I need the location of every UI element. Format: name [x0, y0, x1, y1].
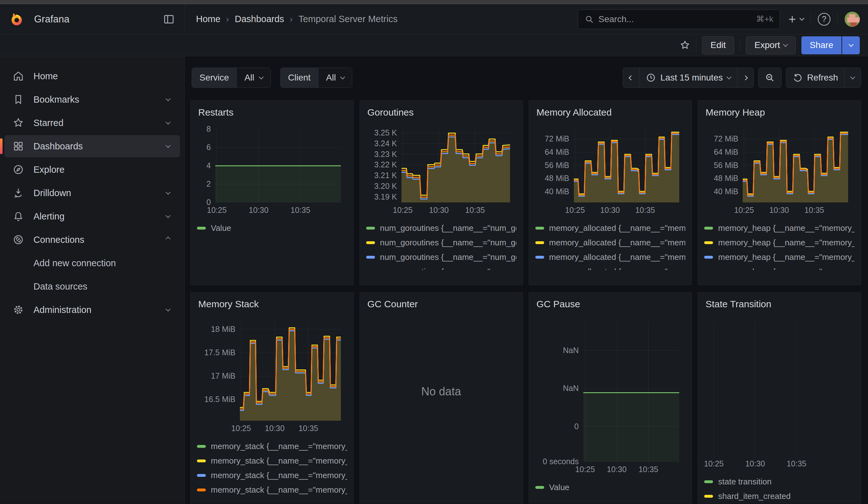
legend-item[interactable]: num_goroutines {__name__="num_go: [366, 238, 516, 247]
legend-series-label: memory_heap {__name__="memory_h: [718, 267, 855, 270]
zoom-out-button[interactable]: [758, 68, 781, 88]
chart-area: 10:2510:3010:35: [704, 321, 855, 471]
chevron-right-icon: [743, 75, 748, 80]
legend-item[interactable]: state transition: [704, 477, 855, 486]
legend-item[interactable]: memory_heap {__name__="memory_h: [704, 238, 855, 247]
favorite-star-icon[interactable]: [680, 40, 690, 51]
grafana-logo: [9, 12, 24, 27]
panel-state_transition: State Transition10:2510:3010:35state tra…: [698, 292, 861, 504]
legend-item[interactable]: num_goroutines {__name__="num_go: [366, 223, 516, 233]
legend: memory_allocated {__name__="memomemory_a…: [535, 223, 685, 270]
x-axis-label: 10:30: [593, 206, 628, 215]
y-axis-label: 16.5 MiB: [197, 395, 236, 404]
chart-plot[interactable]: [704, 321, 855, 456]
sidebar-item-bookmarks[interactable]: Bookmarks: [4, 89, 180, 111]
divider: [810, 13, 811, 25]
panel-title[interactable]: Memory Heap: [704, 105, 855, 118]
chevron-down-icon[interactable]: [166, 192, 172, 195]
chevron-down-icon[interactable]: [166, 215, 172, 218]
legend-item[interactable]: memory_allocated {__name__="memo: [535, 223, 685, 233]
y-axis-label: 56 MiB: [535, 161, 569, 170]
legend-item[interactable]: memory_allocated {__name__="memo: [535, 238, 685, 247]
panel-title[interactable]: Memory Stack: [197, 297, 347, 309]
legend-item[interactable]: memory_stack {__name__="memory_s: [197, 485, 347, 495]
y-axis-label: 40 MiB: [535, 187, 569, 196]
sidebar-nav: HomeBookmarksStarredDashboardsExploreDri…: [0, 56, 185, 504]
chart-plot[interactable]: [197, 129, 347, 203]
legend-item[interactable]: num_goroutines {__name__="num_go: [366, 267, 516, 270]
legend-item[interactable]: memory_heap {__name__="memory_h: [704, 267, 855, 270]
legend-series-color: [197, 445, 206, 448]
service-filter-value[interactable]: All: [237, 68, 270, 88]
legend-item[interactable]: memory_heap {__name__="memory_h: [704, 223, 855, 233]
time-range-picker[interactable]: Last 15 minutes: [639, 68, 737, 88]
link-icon: [13, 234, 24, 245]
help-button[interactable]: ?: [818, 13, 830, 25]
panel-title[interactable]: GC Counter: [366, 297, 516, 309]
sidebar-toggle-icon[interactable]: [163, 13, 175, 25]
client-filter-value[interactable]: All: [319, 68, 352, 88]
legend-series-label: state transition: [718, 477, 772, 486]
x-axis-label: 10:30: [257, 424, 292, 433]
panel-title[interactable]: GC Pause: [535, 297, 685, 309]
legend-item[interactable]: num_goroutines {__name__="num_go: [366, 252, 516, 262]
sidebar-item-data-sources[interactable]: Data sources: [4, 275, 180, 298]
sidebar-item-label: Home: [33, 71, 58, 81]
export-button[interactable]: Export: [746, 36, 796, 54]
chevron-down-icon[interactable]: [166, 98, 172, 101]
time-forward-button[interactable]: [737, 68, 753, 88]
legend-series-label: memory_stack {__name__="memory_s: [211, 485, 347, 495]
breadcrumb-dashboards[interactable]: Dashboards: [235, 14, 284, 24]
y-axis-label: 3.21 K: [366, 171, 397, 180]
search-input[interactable]: [598, 14, 756, 24]
refresh-button[interactable]: Refresh: [786, 68, 844, 88]
chart-plot[interactable]: [197, 321, 347, 421]
breadcrumb-home[interactable]: Home: [196, 14, 220, 24]
legend-item[interactable]: Value: [197, 223, 347, 233]
share-button[interactable]: Share: [802, 36, 841, 54]
sidebar-item-add-new-connection[interactable]: Add new connection: [4, 252, 180, 274]
sidebar-item-administration[interactable]: Administration: [4, 299, 180, 321]
sidebar-item-explore[interactable]: Explore: [4, 158, 180, 181]
chevron-down-icon[interactable]: [166, 121, 172, 125]
legend-item[interactable]: memory_heap {__name__="memory_h: [704, 252, 855, 262]
chevron-up-icon[interactable]: [166, 238, 172, 241]
time-back-button[interactable]: [623, 68, 639, 88]
legend-item[interactable]: memory_allocated {__name__="memo: [535, 252, 685, 262]
x-axis-label: 10:35: [779, 459, 814, 468]
window-top-strip: [0, 0, 868, 4]
sidebar-item-home[interactable]: Home: [4, 65, 180, 87]
legend-item[interactable]: memory_allocated {__name__="memo: [535, 267, 685, 270]
legend-item[interactable]: Value: [535, 483, 685, 492]
panel-title[interactable]: Goroutines: [366, 105, 516, 118]
legend-item[interactable]: memory_stack {__name__="memory_s: [197, 471, 347, 480]
legend: Value: [535, 483, 685, 492]
sidebar-item-starred[interactable]: Starred: [4, 112, 180, 134]
refresh-interval-button[interactable]: [844, 68, 861, 88]
edit-button[interactable]: Edit: [702, 36, 734, 54]
sidebar-item-drilldown[interactable]: Drilldown: [4, 182, 180, 204]
legend-item[interactable]: memory_stack {__name__="memory_s: [197, 442, 347, 451]
panel-title[interactable]: State Transition: [704, 297, 855, 309]
sidebar-item-label: Connections: [33, 235, 84, 245]
chart-area: NaNNaN00 seconds10:2510:3010:35: [535, 321, 685, 476]
panel-title[interactable]: Memory Allocated: [535, 105, 685, 118]
service-filter-label: Service: [192, 68, 237, 88]
legend-series-color: [197, 460, 206, 462]
legend-item[interactable]: memory_stack {__name__="memory_s: [197, 456, 347, 465]
search-bar[interactable]: ⌘+k: [578, 10, 780, 29]
breadcrumb: Home › Dashboards › Temporal Server Metr…: [196, 14, 398, 24]
panel-title[interactable]: Restarts: [197, 105, 347, 118]
share-dropdown-button[interactable]: [841, 36, 860, 54]
legend-series-color: [535, 227, 544, 229]
legend-item[interactable]: shard_item_created: [704, 491, 855, 501]
sidebar-item-alerting[interactable]: Alerting: [4, 205, 180, 227]
y-axis-label: NaN: [535, 346, 579, 355]
chevron-down-icon[interactable]: [166, 145, 172, 148]
sidebar-item-dashboards[interactable]: Dashboards: [4, 135, 180, 157]
user-avatar[interactable]: [845, 12, 860, 27]
chevron-down-icon[interactable]: [166, 308, 172, 312]
y-axis-label: 8: [197, 124, 211, 134]
sidebar-item-connections[interactable]: Connections: [4, 229, 180, 251]
add-button[interactable]: [787, 14, 804, 25]
